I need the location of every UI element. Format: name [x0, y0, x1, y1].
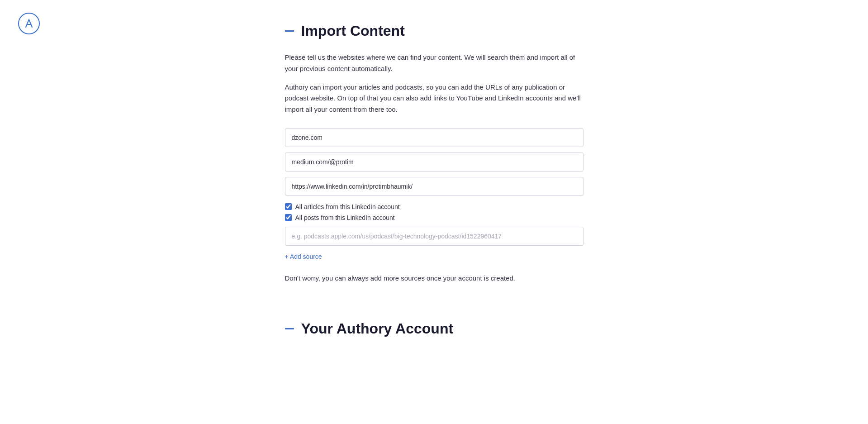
description-1: Please tell us the websites where we can… [285, 52, 583, 75]
articles-checkbox-item[interactable]: All articles from this LinkedIn account [285, 203, 583, 210]
import-content-section: Import Content Please tell us the websit… [285, 23, 583, 284]
add-source-link[interactable]: + Add source [285, 253, 322, 260]
articles-checkbox[interactable] [285, 203, 292, 210]
authory-section-dash-icon [285, 328, 294, 329]
logo-button[interactable] [18, 13, 40, 34]
section-dash-icon [285, 30, 294, 32]
articles-checkbox-label: All articles from this LinkedIn account [295, 203, 400, 210]
authory-section-title: Your Authory Account [301, 320, 454, 337]
posts-checkbox[interactable] [285, 214, 292, 221]
posts-checkbox-label: All posts from this LinkedIn account [295, 214, 395, 221]
logo-container [18, 13, 40, 34]
footer-note: Don't worry, you can always add more sou… [285, 273, 583, 284]
source-input-3[interactable] [285, 177, 583, 196]
posts-checkbox-item[interactable]: All posts from this LinkedIn account [285, 214, 583, 221]
podcast-input[interactable] [285, 227, 583, 246]
section-header: Import Content [285, 23, 583, 39]
main-content: Import Content Please tell us the websit… [276, 0, 593, 373]
description-2: Authory can import your articles and pod… [285, 82, 583, 115]
section-title: Import Content [301, 23, 405, 39]
source-input-1[interactable] [285, 128, 583, 147]
linkedin-checkbox-group: All articles from this LinkedIn account … [285, 203, 583, 221]
source-input-2[interactable] [285, 152, 583, 172]
logo-icon [23, 17, 35, 30]
authory-account-section-header: Your Authory Account [285, 320, 583, 337]
